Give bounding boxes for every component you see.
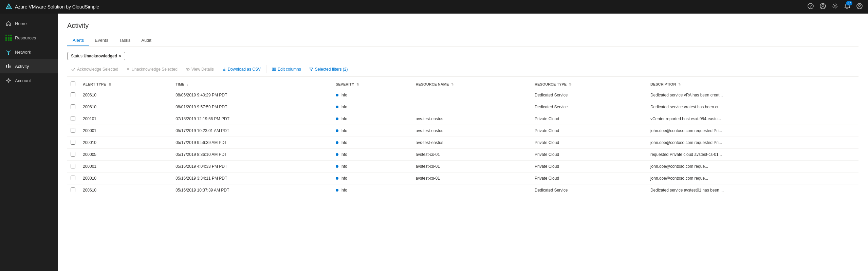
edit-columns-button[interactable]: Edit columns (268, 65, 305, 74)
filter-badge[interactable]: Status: Unacknowledged ✕ (67, 52, 125, 60)
sidebar-item-home[interactable]: Home (0, 16, 58, 31)
sort-icon-alert-type: ⇅ (109, 83, 111, 86)
col-header-severity[interactable]: SEVERITY ⇅ (332, 79, 412, 89)
download-csv-button[interactable]: Download as CSV (218, 65, 265, 74)
table-row: 200010 05/17/2019 9:56:39 AM PDT Info av… (67, 137, 858, 149)
cell-alert-type: 200010 (79, 173, 172, 184)
row-checkbox-cell (67, 137, 79, 149)
topbar: Azure VMware Solution by CloudSimple ? 3… (0, 0, 868, 14)
cell-description: Dedicated service vRA has been creat... (647, 89, 858, 101)
sidebar-label-activity: Activity (15, 64, 29, 69)
table-row: 200610 08/01/2019 9:57:59 PM PDT Info De… (67, 101, 858, 113)
severity-label: Info (340, 152, 347, 157)
cell-alert-type: 200001 (79, 161, 172, 173)
cell-alert-type: 200101 (79, 113, 172, 125)
account-icon[interactable] (856, 3, 863, 11)
network-icon (5, 49, 12, 55)
table-row: 200010 05/16/2019 3:34:11 PM PDT Info av… (67, 173, 858, 184)
toolbar: Acknowledge Selected ✕ Unacknowledge Sel… (67, 65, 858, 77)
row-checkbox[interactable] (71, 152, 75, 157)
row-checkbox[interactable] (71, 176, 75, 180)
alerts-table: ALERT TYPE ⇅ TIME ↓ SEVERITY ⇅ RESOURCE … (67, 79, 858, 196)
svg-point-10 (6, 50, 7, 51)
app-title: Azure VMware Solution by CloudSimple (5, 3, 99, 10)
table-row: 200001 05/16/2019 4:04:33 PM PDT Info av… (67, 161, 858, 173)
cell-severity: Info (332, 137, 412, 149)
cell-resource-type: Private Cloud (531, 173, 647, 184)
cell-resource-type: Dedicated Service (531, 101, 647, 113)
sidebar-item-activity[interactable]: Activity (0, 59, 58, 73)
help-icon[interactable]: ? (808, 3, 814, 11)
cell-resource-name: avstest-cs-01 (412, 161, 531, 173)
cell-severity: Info (332, 184, 412, 196)
row-checkbox[interactable] (71, 92, 75, 97)
cell-severity: Info (332, 113, 412, 125)
cell-resource-name (412, 101, 531, 113)
severity-dot (336, 153, 338, 156)
row-checkbox[interactable] (71, 128, 75, 133)
cell-alert-type: 200010 (79, 137, 172, 149)
col-header-resource-type[interactable]: RESOURCE TYPE ⇅ (531, 79, 647, 89)
cell-time: 05/16/2019 3:34:11 PM PDT (172, 173, 332, 184)
cell-resource-name: avs-test-eastus (412, 113, 531, 125)
account-settings-icon (5, 77, 12, 84)
notification-icon[interactable]: 37 (844, 3, 850, 11)
unacknowledge-button[interactable]: ✕ Unacknowledge Selected (122, 65, 181, 74)
svg-rect-22 (272, 68, 273, 71)
acknowledge-button[interactable]: Acknowledge Selected (67, 65, 122, 74)
row-checkbox-cell (67, 125, 79, 137)
sort-icon-resource-type: ⇅ (569, 83, 572, 86)
row-checkbox[interactable] (71, 164, 75, 168)
row-checkbox[interactable] (71, 140, 75, 145)
row-checkbox[interactable] (71, 104, 75, 109)
tab-tasks[interactable]: Tasks (114, 35, 136, 46)
select-all-checkbox[interactable] (71, 82, 75, 86)
severity-label: Info (340, 116, 347, 121)
view-details-button[interactable]: View Details (182, 65, 218, 74)
sidebar-item-network[interactable]: Network (0, 45, 58, 59)
row-checkbox-cell (67, 89, 79, 101)
sort-icon-description: ⇅ (678, 83, 681, 86)
filter-prefix: Status: (71, 54, 84, 58)
sidebar-label-network: Network (15, 50, 31, 55)
selected-filters-button[interactable]: Selected filters (2) (305, 65, 352, 74)
row-checkbox[interactable] (71, 187, 75, 192)
cell-description: john.doe@contoso.com reque... (647, 173, 858, 184)
cell-alert-type: 200610 (79, 89, 172, 101)
svg-line-13 (7, 51, 8, 52)
sidebar-item-resources[interactable]: Resources (0, 31, 58, 45)
cell-time: 05/17/2019 10:23:01 AM PDT (172, 125, 332, 137)
table-row: 200005 05/17/2019 8:36:10 AM PDT Info av… (67, 149, 858, 161)
row-checkbox-cell (67, 101, 79, 113)
row-checkbox-cell (67, 149, 79, 161)
col-header-time[interactable]: TIME ↓ (172, 79, 332, 89)
severity-label: Info (340, 105, 347, 109)
svg-rect-16 (6, 65, 7, 68)
x-icon: ✕ (126, 67, 130, 72)
tab-events[interactable]: Events (89, 35, 114, 46)
user-circle-icon[interactable] (820, 3, 826, 11)
settings-icon[interactable] (832, 3, 838, 11)
severity-label: Info (340, 188, 347, 193)
svg-rect-18 (10, 66, 11, 68)
cell-time: 08/06/2019 9:40:29 PM PDT (172, 89, 332, 101)
col-header-alert-type[interactable]: ALERT TYPE ⇅ (79, 79, 172, 89)
toolbar-separator (266, 65, 266, 73)
sort-icon-resource-name: ⇅ (451, 83, 454, 86)
col-header-resource-name[interactable]: RESOURCE NAME ⇅ (412, 79, 531, 89)
cell-severity: Info (332, 149, 412, 161)
table-row: 200610 08/06/2019 9:40:29 PM PDT Info De… (67, 89, 858, 101)
table-header-row: ALERT TYPE ⇅ TIME ↓ SEVERITY ⇅ RESOURCE … (67, 79, 858, 89)
cell-description: john.doe@contoso.com requested Pri... (647, 125, 858, 137)
cell-description: john.doe@contoso.com requested Pri... (647, 137, 858, 149)
main-layout: Home Resources (0, 14, 868, 271)
severity-dot (336, 177, 338, 180)
cell-alert-type: 200610 (79, 184, 172, 196)
tab-audit[interactable]: Audit (136, 35, 157, 46)
sort-icon-severity: ⇅ (356, 83, 359, 86)
row-checkbox[interactable] (71, 116, 75, 121)
tab-alerts[interactable]: Alerts (67, 35, 89, 46)
notification-count: 37 (846, 1, 852, 5)
col-header-description[interactable]: DESCRIPTION ⇅ (647, 79, 858, 89)
sidebar-item-account[interactable]: Account (0, 73, 58, 88)
